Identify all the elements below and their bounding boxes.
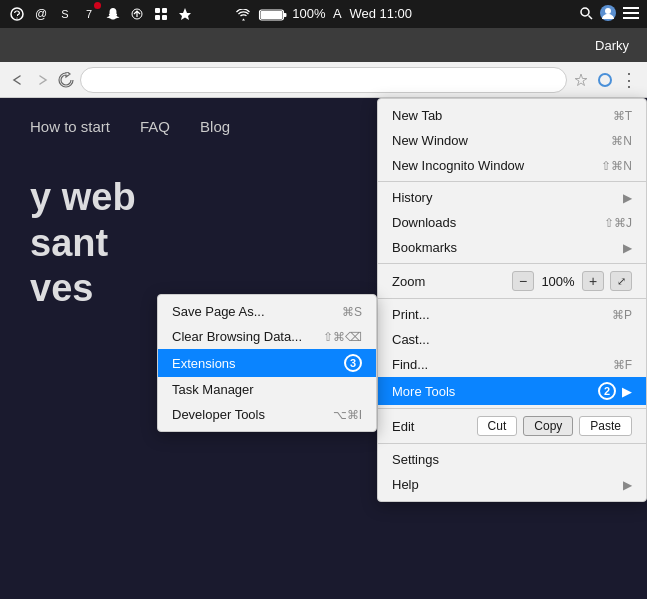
- menu-item-cast[interactable]: Cast...: [378, 327, 646, 352]
- separator-5: [378, 443, 646, 444]
- back-button[interactable]: [8, 70, 28, 90]
- battery-percent: 100%: [292, 6, 325, 21]
- menu-item-print[interactable]: Print... ⌘P: [378, 302, 646, 327]
- svg-point-17: [599, 74, 611, 86]
- print-label: Print...: [392, 307, 612, 322]
- incognito-label: New Incognito Window: [392, 158, 601, 173]
- separator-1: [378, 181, 646, 182]
- more-tools-label: More Tools: [392, 384, 598, 399]
- submenu-item-save-page[interactable]: Save Page As... ⌘S: [158, 299, 376, 324]
- clock: Wed 11:00: [349, 6, 412, 21]
- zoom-fullscreen-button[interactable]: ⤢: [610, 271, 632, 291]
- find-shortcut: ⌘F: [613, 358, 632, 372]
- submenu-item-task-manager[interactable]: Task Manager: [158, 377, 376, 402]
- extensions-badge: 3: [344, 354, 362, 372]
- more-dots-icon[interactable]: ⋮: [619, 70, 639, 90]
- menu-item-new-window[interactable]: New Window ⌘N: [378, 128, 646, 153]
- svg-rect-3: [155, 8, 160, 13]
- main-dropdown-menu: New Tab ⌘T New Window ⌘N New Incognito W…: [377, 98, 647, 502]
- more-tools-arrow: ▶: [622, 384, 632, 399]
- menubar-left: @ S 7: [8, 5, 194, 23]
- address-bar[interactable]: [80, 67, 567, 93]
- nav-item-faq[interactable]: FAQ: [140, 118, 170, 135]
- nav-item-how[interactable]: How to start: [30, 118, 110, 135]
- nav-item-blog[interactable]: Blog: [200, 118, 230, 135]
- at-icon[interactable]: @: [32, 5, 50, 23]
- menu-item-more-tools[interactable]: More Tools 2 ▶: [378, 377, 646, 405]
- separator-2: [378, 263, 646, 264]
- forward-button[interactable]: [32, 70, 52, 90]
- edit-label: Edit: [392, 419, 471, 434]
- submenu-item-extensions[interactable]: Extensions 3: [158, 349, 376, 377]
- menu-item-settings[interactable]: Settings: [378, 447, 646, 472]
- menubar-center: 100% A Wed 11:00: [235, 6, 412, 22]
- grid-icon[interactable]: [152, 5, 170, 23]
- svg-rect-8: [284, 13, 287, 17]
- browser-window: @ S 7 100% A: [0, 0, 647, 599]
- hamburger-icon[interactable]: [623, 6, 639, 23]
- downloads-label: Downloads: [392, 215, 604, 230]
- new-window-shortcut: ⌘N: [611, 134, 632, 148]
- bookmarks-arrow: ▶: [623, 241, 632, 255]
- menu-item-new-tab[interactable]: New Tab ⌘T: [378, 103, 646, 128]
- menubar: @ S 7 100% A: [0, 0, 647, 28]
- svg-rect-4: [162, 8, 167, 13]
- more-tools-right: 2 ▶: [598, 382, 632, 400]
- downloads-shortcut: ⇧⌘J: [604, 216, 632, 230]
- star-icon[interactable]: [571, 70, 591, 90]
- copy-button[interactable]: Copy: [523, 416, 573, 436]
- menu-item-downloads[interactable]: Downloads ⇧⌘J: [378, 210, 646, 235]
- svg-rect-6: [162, 15, 167, 20]
- clear-data-shortcut: ⇧⌘⌫: [323, 330, 362, 344]
- zoom-in-button[interactable]: +: [582, 271, 604, 291]
- dev-tools-label: Developer Tools: [172, 407, 265, 422]
- menu-item-bookmarks[interactable]: Bookmarks ▶: [378, 235, 646, 260]
- battery-icon: [259, 6, 293, 21]
- task-manager-label: Task Manager: [172, 382, 254, 397]
- extensions-right: 3: [344, 354, 362, 372]
- search-menubar-icon[interactable]: [579, 6, 593, 23]
- separator-3: [378, 298, 646, 299]
- submenu-item-dev-tools[interactable]: Developer Tools ⌥⌘I: [158, 402, 376, 427]
- history-arrow: ▶: [623, 191, 632, 205]
- circle-icon[interactable]: [595, 70, 615, 90]
- browser-chrome: Darky: [0, 28, 647, 62]
- save-page-shortcut: ⌘S: [342, 305, 362, 319]
- new-tab-shortcut: ⌘T: [613, 109, 632, 123]
- more-tools-badge: 2: [598, 382, 616, 400]
- menu-item-help[interactable]: Help ▶: [378, 472, 646, 497]
- separator-4: [378, 408, 646, 409]
- badge7-icon[interactable]: 7: [80, 5, 98, 23]
- svg-point-1: [16, 17, 17, 18]
- skype-icon[interactable]: S: [56, 5, 74, 23]
- save-page-label: Save Page As...: [172, 304, 265, 319]
- svg-rect-9: [261, 11, 283, 19]
- paste-button[interactable]: Paste: [579, 416, 632, 436]
- clear-data-label: Clear Browsing Data...: [172, 329, 302, 344]
- wifi-icon: [235, 6, 255, 21]
- find-label: Find...: [392, 357, 613, 372]
- zoom-out-button[interactable]: −: [512, 271, 534, 291]
- submenu-item-clear-data[interactable]: Clear Browsing Data... ⇧⌘⌫: [158, 324, 376, 349]
- more-tools-submenu: Save Page As... ⌘S Clear Browsing Data..…: [157, 294, 377, 432]
- keyboard-icon: A: [333, 6, 342, 21]
- avatar-icon[interactable]: [599, 4, 617, 25]
- svg-point-13: [605, 8, 611, 14]
- viber-icon[interactable]: [8, 5, 26, 23]
- dev-tools-shortcut: ⌥⌘I: [333, 408, 362, 422]
- menu-item-history[interactable]: History ▶: [378, 185, 646, 210]
- incognito-shortcut: ⇧⌘N: [601, 159, 632, 173]
- reload-button[interactable]: [56, 70, 76, 90]
- svg-rect-5: [155, 15, 160, 20]
- zoom-label: Zoom: [392, 274, 506, 289]
- storm-icon[interactable]: [176, 5, 194, 23]
- airdrop-icon[interactable]: [128, 5, 146, 23]
- cut-button[interactable]: Cut: [477, 416, 518, 436]
- svg-line-11: [589, 15, 593, 19]
- bookmarks-label: Bookmarks: [392, 240, 623, 255]
- menu-item-incognito[interactable]: New Incognito Window ⇧⌘N: [378, 153, 646, 178]
- extensions-label: Extensions: [172, 356, 236, 371]
- menu-item-find[interactable]: Find... ⌘F: [378, 352, 646, 377]
- print-shortcut: ⌘P: [612, 308, 632, 322]
- snapchat-icon[interactable]: [104, 5, 122, 23]
